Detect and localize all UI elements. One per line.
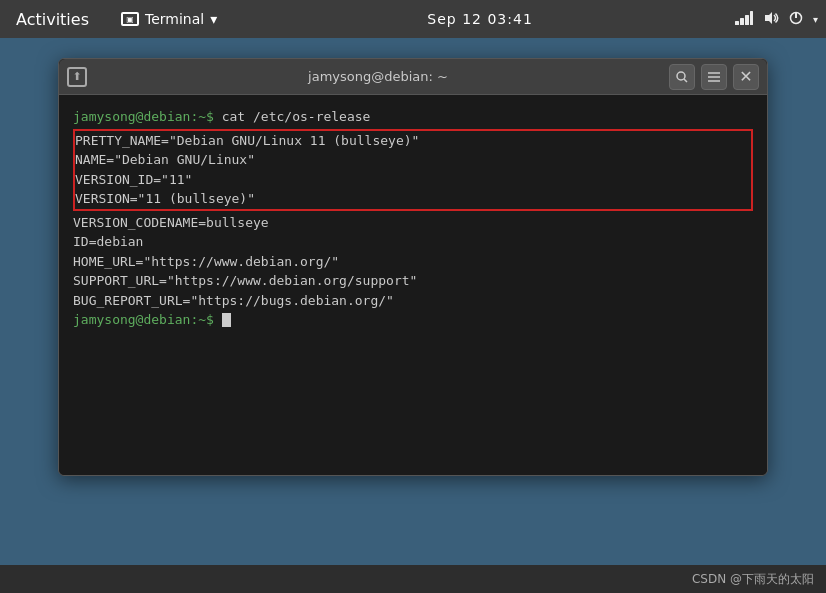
output-line-3: VERSION_ID="11" — [75, 170, 751, 190]
svg-marker-4 — [765, 12, 772, 24]
menu-button[interactable] — [701, 64, 727, 90]
topbar: Activities ▣ Terminal ▾ Sep 12 03:41 — [0, 0, 826, 38]
output-line-2: NAME="Debian GNU/Linux" — [75, 150, 751, 170]
output-line-8: SUPPORT_URL="https://www.debian.org/supp… — [73, 271, 753, 291]
titlebar-upload-icon[interactable]: ⬆ — [67, 67, 87, 87]
titlebar-controls: ✕ — [669, 64, 759, 90]
terminal-label: Terminal — [145, 11, 204, 27]
output-line-5: VERSION_CODENAME=bullseye — [73, 213, 753, 233]
topbar-left: Activities ▣ Terminal ▾ — [8, 6, 225, 33]
svg-point-7 — [677, 72, 685, 80]
terminal-content[interactable]: jamysong@debian:~$ cat /etc/os-release P… — [59, 95, 767, 475]
activities-button[interactable]: Activities — [8, 6, 97, 33]
topbar-datetime: Sep 12 03:41 — [427, 11, 532, 27]
output-line-9: BUG_REPORT_URL="https://bugs.debian.org/… — [73, 291, 753, 311]
cursor — [222, 313, 231, 327]
command-text: cat /etc/os-release — [214, 109, 371, 124]
prompt2: jamysong@debian:~$ — [73, 312, 214, 327]
terminal-window: ⬆ jamysong@debian: ~ ✕ — [58, 58, 768, 476]
svg-rect-3 — [750, 11, 753, 25]
search-button[interactable] — [669, 64, 695, 90]
prompt2-line: jamysong@debian:~$ — [73, 310, 753, 330]
titlebar-title: jamysong@debian: ~ — [87, 69, 669, 84]
topbar-right: ▾ — [735, 10, 818, 29]
svg-rect-1 — [740, 18, 744, 25]
terminal-app-icon: ▣ — [121, 12, 139, 26]
highlighted-output: PRETTY_NAME="Debian GNU/Linux 11 (bullse… — [73, 129, 753, 211]
output-line-7: HOME_URL="https://www.debian.org/" — [73, 252, 753, 272]
prompt1: jamysong@debian:~$ — [73, 109, 214, 124]
watermark-bar: CSDN @下雨天的太阳 — [0, 565, 826, 593]
output-line-6: ID=debian — [73, 232, 753, 252]
svg-rect-0 — [735, 21, 739, 25]
close-button[interactable]: ✕ — [733, 64, 759, 90]
output-line-1: PRETTY_NAME="Debian GNU/Linux 11 (bullse… — [75, 131, 751, 151]
terminal-menu[interactable]: ▣ Terminal ▾ — [113, 7, 225, 31]
watermark-text: CSDN @下雨天的太阳 — [692, 571, 814, 588]
power-icon[interactable] — [789, 10, 803, 29]
svg-rect-2 — [745, 15, 749, 25]
network-icon[interactable] — [735, 10, 753, 29]
terminal-titlebar: ⬆ jamysong@debian: ~ ✕ — [59, 59, 767, 95]
command-line: jamysong@debian:~$ cat /etc/os-release — [73, 107, 753, 127]
desktop: ⬆ jamysong@debian: ~ ✕ — [0, 38, 826, 565]
svg-line-8 — [684, 79, 687, 82]
system-menu-chevron[interactable]: ▾ — [813, 14, 818, 25]
volume-icon[interactable] — [763, 10, 779, 29]
output-line-4: VERSION="11 (bullseye)" — [75, 189, 751, 209]
terminal-chevron-icon: ▾ — [210, 11, 217, 27]
titlebar-left: ⬆ — [67, 67, 87, 87]
